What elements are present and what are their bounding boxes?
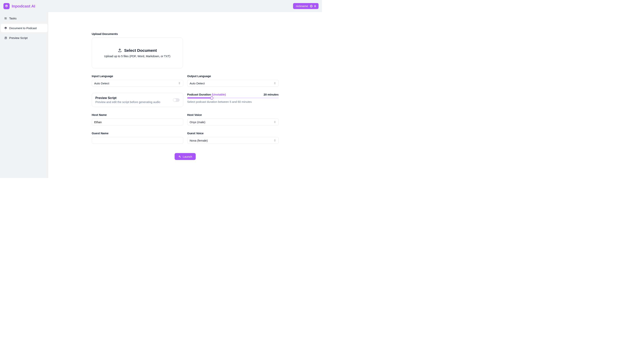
upload-hint: Upload up to 5 files (PDF, Word, Markdow…	[104, 55, 170, 58]
duration-label: Podcast Duration (Unstable)	[187, 93, 226, 96]
sidebar: Tasks Document to Podcast Preview Script	[0, 12, 48, 178]
upload-label: Upload Documents	[92, 32, 279, 36]
duration-slider-thumb[interactable]	[210, 97, 213, 100]
podcast-icon	[4, 27, 7, 30]
sidebar-item-document-to-podcast[interactable]: Document to Podcast	[1, 24, 48, 32]
main-content: Upload Documents Select Document Upload …	[48, 12, 322, 178]
output-language-label: Output Language	[187, 74, 279, 78]
upload-dropzone[interactable]: Select Document Upload up to 5 files (PD…	[92, 38, 183, 68]
input-language-value: Auto Detect	[94, 82, 109, 85]
sidebar-item-tasks[interactable]: Tasks	[1, 14, 48, 23]
guest-name-label: Guest Name	[92, 132, 183, 135]
coin-icon	[310, 5, 313, 8]
podcast-logo-icon	[5, 5, 8, 8]
host-voice-value: Onyx (male)	[190, 120, 206, 124]
user-pill[interactable]: nickname 0	[293, 3, 318, 9]
host-voice-select[interactable]: Onyx (male)	[187, 119, 279, 125]
scroll-icon	[4, 37, 7, 39]
upload-icon	[118, 48, 122, 53]
sidebar-item-preview-script[interactable]: Preview Script	[1, 34, 48, 42]
duration-unstable-badge: (Unstable)	[212, 93, 226, 96]
preview-script-toggle[interactable]	[173, 98, 180, 102]
duration-value: 20 minutes	[264, 93, 278, 96]
upload-section: Upload Documents Select Document Upload …	[92, 32, 279, 68]
guest-voice-field: Guest Voice Nova (female)	[187, 132, 279, 144]
guest-voice-label: Guest Voice	[187, 132, 279, 135]
sidebar-item-label: Document to Podcast	[9, 27, 36, 30]
launch-label: Launch	[183, 155, 192, 158]
chevron-up-down-icon	[178, 82, 181, 85]
guest-name-field: Guest Name	[92, 132, 183, 144]
duration-field: Podcast Duration (Unstable) 20 minutes S…	[187, 93, 279, 107]
sparkle-icon	[178, 155, 181, 158]
duration-slider-fill	[187, 97, 212, 98]
launch-row: Launch	[92, 150, 279, 160]
preview-script-title: Preview Script	[96, 96, 160, 100]
input-language-field: Input Language Auto Detect	[92, 74, 183, 87]
guest-voice-select[interactable]: Nova (female)	[187, 137, 279, 144]
chevron-up-down-icon	[274, 121, 276, 123]
host-voice-field: Host Voice Onyx (male)	[187, 113, 279, 125]
duration-slider[interactable]	[187, 97, 279, 98]
host-name-label: Host Name	[92, 113, 183, 116]
guest-name-input[interactable]	[92, 137, 183, 144]
preview-script-field: Preview Script Preview and edit the scri…	[92, 93, 183, 107]
app-header: Inpodcast AI nickname 0	[0, 0, 322, 12]
output-language-field: Output Language Auto Detect	[187, 74, 279, 87]
sidebar-item-label: Preview Script	[9, 36, 28, 40]
checklist-icon	[4, 17, 7, 20]
svg-point-1	[310, 5, 312, 7]
chevron-up-down-icon	[274, 139, 276, 142]
host-voice-label: Host Voice	[187, 113, 279, 116]
svg-point-2	[311, 6, 312, 7]
preview-script-desc: Preview and edit the script before gener…	[96, 100, 160, 104]
brand-name: Inpodcast AI	[12, 4, 35, 9]
sidebar-item-label: Tasks	[9, 17, 16, 20]
guest-voice-value: Nova (female)	[190, 139, 208, 142]
launch-button[interactable]: Launch	[174, 153, 196, 160]
chevron-up-down-icon	[274, 82, 276, 85]
input-language-label: Input Language	[92, 74, 183, 78]
output-language-select[interactable]: Auto Detect	[187, 80, 279, 87]
host-name-field: Host Name	[92, 113, 183, 125]
user-nickname: nickname	[296, 5, 308, 8]
coin-count: 0	[314, 5, 316, 8]
logo	[4, 3, 10, 9]
input-language-select[interactable]: Auto Detect	[92, 80, 183, 87]
preview-script-card: Preview Script Preview and edit the scri…	[92, 93, 183, 107]
output-language-value: Auto Detect	[190, 82, 205, 85]
brand: Inpodcast AI	[4, 3, 35, 9]
host-name-input[interactable]	[92, 119, 183, 125]
upload-cta: Select Document	[124, 48, 157, 53]
duration-hint: Select podcast duration between 5 and 60…	[187, 100, 279, 103]
